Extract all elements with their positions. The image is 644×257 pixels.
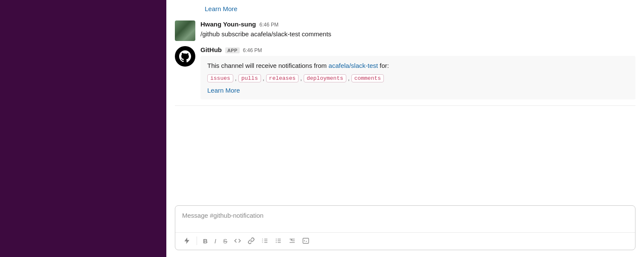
user-message-row: Hwang Youn-sung 6:46 PM /github subscrib… <box>175 18 635 44</box>
notification-prefix: This channel will receive notifications … <box>207 62 328 69</box>
lightning-icon <box>183 237 191 245</box>
github-avatar <box>175 46 195 67</box>
avatar <box>175 20 195 41</box>
main-content: Learn More Hwang Youn-sung 6:46 PM /gith… <box>166 0 644 257</box>
github-timestamp: 6:46 PM <box>243 47 262 53</box>
github-sender-name: GitHub <box>200 46 222 53</box>
sep-3: , <box>300 75 302 82</box>
ordered-list-icon: 1. 2. 3. <box>261 237 268 244</box>
github-icon <box>178 50 192 63</box>
notification-text: This channel will receive notifications … <box>207 61 629 71</box>
composer-area: B I S <box>166 200 644 257</box>
ordered-list-button[interactable]: 1. 2. 3. <box>259 236 271 246</box>
sep-1: , <box>235 75 237 82</box>
link-icon <box>248 237 255 244</box>
indent-button[interactable] <box>286 236 298 246</box>
sender-name: Hwang Youn-sung <box>200 20 256 28</box>
learn-more-top-container: Learn More <box>175 3 635 18</box>
bold-button[interactable]: B <box>200 236 210 246</box>
user-message-header: Hwang Youn-sung 6:46 PM <box>200 20 635 28</box>
github-avatar-circle <box>175 46 195 67</box>
tag-pulls: pulls <box>238 74 261 82</box>
svg-text:3.: 3. <box>262 241 263 243</box>
section-divider <box>175 105 635 106</box>
tag-issues: issues <box>207 74 233 82</box>
messages-area: Learn More Hwang Youn-sung 6:46 PM /gith… <box>166 0 644 200</box>
code-block-button[interactable] <box>300 236 312 246</box>
unordered-list-icon <box>275 237 282 244</box>
user-avatar-image <box>175 20 195 41</box>
strikethrough-button[interactable]: S <box>220 236 230 246</box>
composer-toolbar: B I S <box>175 232 635 250</box>
bold-icon: B <box>203 238 208 244</box>
indent-icon <box>289 237 296 244</box>
toolbar-divider <box>197 237 197 245</box>
learn-more-top-link[interactable]: Learn More <box>205 5 238 12</box>
user-message-body: Hwang Youn-sung 6:46 PM /github subscrib… <box>200 20 635 39</box>
message-input[interactable] <box>175 206 635 231</box>
repo-link[interactable]: acafela/slack-test <box>328 62 378 69</box>
learn-more-bottom-link[interactable]: Learn More <box>207 87 240 94</box>
lightning-button[interactable] <box>180 235 193 246</box>
github-message-row: GitHub APP 6:46 PM This channel will rec… <box>175 44 635 102</box>
sidebar <box>0 0 166 257</box>
sep-2: , <box>263 75 264 82</box>
link-button[interactable] <box>245 236 257 246</box>
notification-suffix: for: <box>378 62 389 69</box>
code-button[interactable] <box>232 236 244 246</box>
svg-rect-15 <box>303 238 308 243</box>
code-block-icon <box>302 237 309 244</box>
tags-row: issues , pulls , releases , deployments … <box>207 74 629 82</box>
strikethrough-icon: S <box>223 238 227 244</box>
notification-block: This channel will receive notifications … <box>200 56 635 99</box>
sep-4: , <box>348 75 350 82</box>
composer-box: B I S <box>175 205 635 250</box>
italic-button[interactable]: I <box>212 236 219 246</box>
tag-deployments: deployments <box>304 74 346 82</box>
app-badge: APP <box>225 47 240 53</box>
unordered-list-button[interactable] <box>273 236 284 246</box>
github-message-body: GitHub APP 6:46 PM This channel will rec… <box>200 46 635 99</box>
svg-point-9 <box>276 239 277 239</box>
tag-comments: comments <box>351 74 384 82</box>
svg-point-10 <box>276 240 277 241</box>
italic-icon: I <box>215 238 216 244</box>
svg-line-17 <box>304 241 305 241</box>
user-timestamp: 6:46 PM <box>259 22 278 28</box>
user-message-text: /github subscribe acafela/slack-test com… <box>200 29 635 39</box>
tag-releases: releases <box>266 74 299 82</box>
code-icon <box>234 237 241 244</box>
github-message-header: GitHub APP 6:46 PM <box>200 46 635 53</box>
svg-point-11 <box>276 242 277 243</box>
